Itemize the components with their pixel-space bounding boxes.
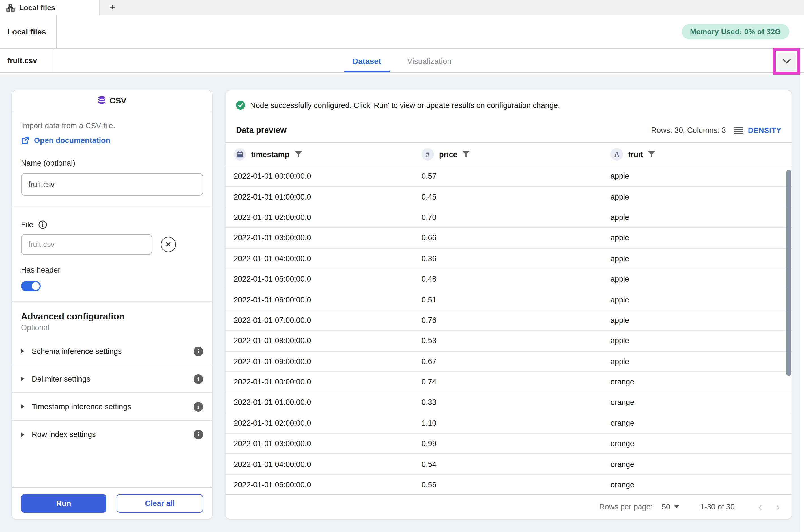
csv-database-icon (97, 96, 106, 105)
cell-timestamp: 2022-01-01 04:00:00.0 (234, 460, 421, 469)
cell-fruit: orange (610, 460, 791, 469)
table-row[interactable]: 2022-01-01 02:00:00.0 0.70 apple (226, 208, 791, 228)
filter-icon[interactable] (462, 151, 470, 158)
preview-toolbar: Rows: 30, Columns: 3 DENSITY (651, 126, 781, 134)
workflow-tab[interactable]: Local files (0, 0, 99, 15)
node-name-cell[interactable]: fruit.csv (0, 49, 54, 72)
previous-page-button[interactable]: ‹ (759, 501, 762, 512)
table-scrollbar-thumb[interactable] (786, 170, 791, 376)
cell-fruit: apple (610, 275, 791, 283)
cell-timestamp: 2022-01-01 05:00:00.0 (234, 480, 421, 489)
info-icon[interactable]: i (194, 374, 203, 384)
calendar-icon (234, 148, 246, 160)
info-icon[interactable]: i (194, 430, 203, 439)
rows-per-page-select[interactable]: 50 (662, 502, 679, 511)
app-root: Local files + Local files Memory Used: 0… (0, 0, 804, 532)
table-row[interactable]: 2022-01-01 03:00:00.0 0.66 apple (226, 228, 791, 248)
table-row[interactable]: 2022-01-01 05:00:00.0 0.48 apple (226, 269, 791, 290)
dataset-preview-panel: Node successfully configured. Click 'Run… (226, 91, 791, 519)
table-row[interactable]: 2022-01-01 06:00:00.0 0.51 apple (226, 290, 791, 310)
file-row: fruit.csv ✕ (21, 234, 203, 255)
new-tab-button[interactable]: + (99, 0, 126, 15)
table-row[interactable]: 2022-01-01 07:00:00.0 0.76 apple (226, 310, 791, 331)
view-tabs: Dataset Visualization (344, 49, 460, 72)
table-row[interactable]: 2022-01-01 01:00:00.0 0.33 orange (226, 393, 791, 413)
cell-price: 0.70 (421, 213, 610, 222)
node-config-panel: CSV Import data from a CSV file. Open do… (12, 91, 212, 519)
cell-timestamp: 2022-01-01 06:00:00.0 (234, 296, 421, 304)
cell-fruit: apple (610, 357, 791, 365)
cell-price: 0.54 (421, 460, 610, 469)
cell-price: 0.48 (421, 275, 610, 283)
advanced-section-row[interactable]: Row index settings i (12, 421, 212, 448)
table-row[interactable]: 2022-01-01 01:00:00.0 0.45 apple (226, 187, 791, 208)
section-divider (12, 206, 212, 206)
table-row[interactable]: 2022-01-01 04:00:00.0 0.36 apple (226, 248, 791, 269)
external-link-icon (21, 136, 30, 145)
workflow-name-cell[interactable]: Local files (0, 15, 57, 48)
info-icon[interactable]: i (194, 402, 203, 411)
node-type-label: CSV (109, 96, 126, 105)
table-row[interactable]: 2022-01-01 02:00:00.0 1.10 orange (226, 413, 791, 434)
column-name: timestamp (251, 150, 289, 158)
info-icon[interactable]: i (194, 346, 203, 356)
table-row[interactable]: 2022-01-01 08:00:00.0 0.53 apple (226, 331, 791, 352)
column-header[interactable]: # price (421, 148, 610, 160)
info-outline-icon[interactable] (38, 221, 47, 229)
workflow-icon (6, 4, 15, 12)
file-input[interactable]: fruit.csv (21, 234, 152, 255)
cell-timestamp: 2022-01-01 00:00:00.0 (234, 378, 421, 386)
cell-price: 0.33 (421, 398, 610, 407)
table-row[interactable]: 2022-01-01 04:00:00.0 0.54 orange (226, 454, 791, 475)
expand-triangle-icon (21, 377, 24, 381)
table-row[interactable]: 2022-01-01 00:00:00.0 0.57 apple (226, 166, 791, 187)
table-row[interactable]: 2022-01-01 03:00:00.0 0.99 orange (226, 434, 791, 454)
advanced-section-label: Row index settings (32, 430, 96, 439)
workflow-tab-bar: Local files + (0, 0, 804, 15)
density-button[interactable]: DENSITY (734, 126, 781, 134)
filter-icon[interactable] (648, 151, 656, 158)
advanced-section-label: Delimiter settings (32, 375, 90, 383)
open-documentation-link[interactable]: Open documentation (21, 136, 203, 145)
column-header[interactable]: A fruit (610, 148, 791, 160)
filter-icon[interactable] (294, 151, 302, 158)
table-row[interactable]: 2022-01-01 00:00:00.0 0.74 orange (226, 372, 791, 393)
clear-file-button[interactable]: ✕ (161, 237, 176, 252)
file-label-text: File (21, 221, 33, 229)
name-input[interactable]: fruit.csv (21, 173, 203, 196)
table-row[interactable]: 2022-01-01 05:00:00.0 0.56 orange (226, 475, 791, 494)
page-scrollbar-track[interactable] (800, 75, 804, 532)
advanced-section-row[interactable]: Schema inference settings i (12, 338, 212, 365)
cell-price: 1.10 (421, 419, 610, 428)
node-type-header: CSV (12, 91, 212, 111)
cell-timestamp: 2022-01-01 01:00:00.0 (234, 192, 421, 201)
advanced-section-row[interactable]: Timestamp inference settings i (12, 393, 212, 421)
node-description: Import data from a CSV file. (21, 121, 203, 130)
advanced-section-row[interactable]: Delimiter settings i (12, 365, 212, 393)
has-header-toggle[interactable] (21, 281, 41, 291)
name-field-label: Name (optional) (21, 159, 203, 167)
memory-usage-badge: Memory Used: 0% of 32G (681, 24, 789, 39)
tab-dataset[interactable]: Dataset (344, 49, 389, 72)
cell-fruit: orange (610, 440, 791, 448)
tab-visualization[interactable]: Visualization (399, 49, 460, 72)
cell-price: 0.66 (421, 234, 610, 242)
cell-price: 0.51 (421, 296, 610, 304)
rows-columns-summary: Rows: 30, Columns: 3 (651, 126, 726, 134)
table-row[interactable]: 2022-01-01 09:00:00.0 0.67 apple (226, 352, 791, 372)
cell-fruit: apple (610, 192, 791, 201)
column-name: fruit (628, 150, 643, 158)
advanced-config-title: Advanced configuration (21, 311, 203, 322)
toggle-knob (32, 282, 40, 290)
run-button[interactable]: Run (21, 494, 106, 513)
cell-price: 0.74 (421, 378, 610, 386)
column-header[interactable]: timestamp (234, 148, 421, 160)
next-page-button[interactable]: › (776, 501, 780, 512)
node-config-body: Import data from a CSV file. Open docume… (12, 111, 212, 487)
clear-all-button[interactable]: Clear all (116, 494, 203, 513)
cell-timestamp: 2022-01-01 03:00:00.0 (234, 234, 421, 242)
collapse-panel-button[interactable] (777, 52, 796, 70)
table-footer: Rows per page: 50 1-30 of 30 ‹ › (226, 494, 791, 519)
cell-timestamp: 2022-01-01 05:00:00.0 (234, 275, 421, 283)
cell-price: 0.99 (421, 440, 610, 448)
